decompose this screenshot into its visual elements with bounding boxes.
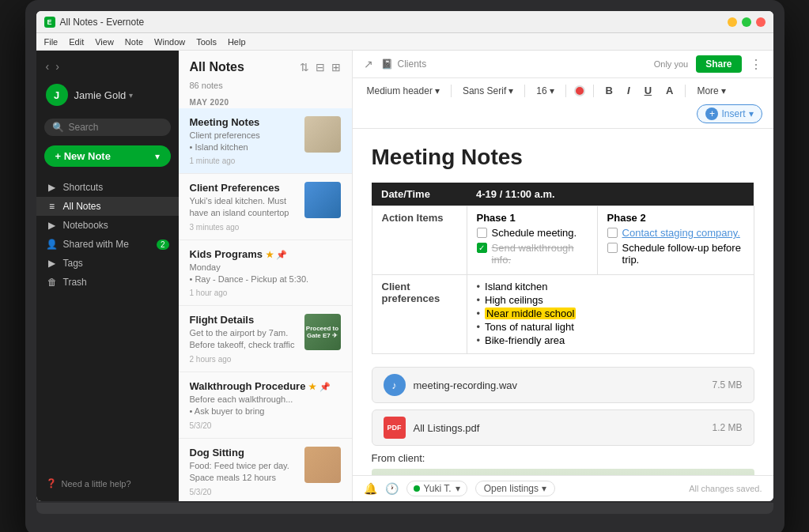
view-icon[interactable]: ⊞ <box>331 61 341 74</box>
note-preview: Client preferences• Island kitchen <box>190 130 298 154</box>
help-link[interactable]: ❓ Need a little help? <box>36 472 179 495</box>
user-dropdown-arrow: ▾ <box>456 483 460 494</box>
checkbox1[interactable] <box>477 228 487 238</box>
menu-file[interactable]: File <box>44 37 59 47</box>
pin-icon: 📌 <box>319 382 331 391</box>
help-label: Need a little help? <box>62 479 131 489</box>
sidebar-item-all-notes-label: All Notes <box>63 201 101 212</box>
pin-icon: 📌 <box>276 250 287 259</box>
pref-1: • Island kitchen <box>477 281 744 292</box>
pref-4-text: Tons of natural light <box>485 321 574 333</box>
sidebar-item-all-notes[interactable]: ≡ All Notes <box>36 197 179 216</box>
audio-icon: ♪ <box>384 374 406 396</box>
pref-2-text: High ceilings <box>485 294 543 306</box>
search-bar[interactable]: 🔍 Search <box>44 119 171 136</box>
more-label: More <box>697 85 718 96</box>
share-button[interactable]: Share <box>696 55 741 73</box>
phase2-item1-text[interactable]: Contact staging company. <box>622 227 740 239</box>
font-selector[interactable]: Sans Serif ▾ <box>459 84 516 98</box>
toolbar-sep <box>685 85 686 97</box>
sidebar-item-tags[interactable]: ▶ Tags <box>36 254 179 273</box>
insert-button[interactable]: + Insert ▾ <box>697 104 762 123</box>
bell-icon[interactable]: 🔔 <box>364 482 377 495</box>
menu-view[interactable]: View <box>95 37 114 47</box>
editor-content[interactable]: Meeting Notes Date/Time 4-19 / 11:00 a.m… <box>353 129 773 475</box>
note-time: 2 hours ago <box>190 355 298 364</box>
tags-icon: ▶ <box>46 258 59 269</box>
note-item-walkthrough[interactable]: Walkthrough Procedure ★ 📌 Before each wa… <box>179 372 352 439</box>
size-arrow: ▾ <box>550 85 554 96</box>
note-content: Kids Programs ★ 📌 Monday• Ray - Dance - … <box>190 248 341 297</box>
note-count: 86 notes <box>179 79 352 93</box>
filter-icon[interactable]: ⊟ <box>316 61 325 74</box>
star-icon: ★ <box>266 250 274 259</box>
checkbox4[interactable] <box>607 243 618 253</box>
pref-5-text: Bike-friendly area <box>485 334 565 346</box>
attachment-size: 7.5 MB <box>712 379 742 391</box>
user-status-button[interactable]: Yuki T. ▾ <box>406 481 467 496</box>
sort-icon[interactable]: ⇅ <box>300 61 309 74</box>
maximize-button[interactable] <box>742 17 751 27</box>
bold-button[interactable]: B <box>602 83 617 98</box>
heading-selector[interactable]: Medium header ▾ <box>364 84 443 98</box>
more-button[interactable]: ⋮ <box>750 57 762 72</box>
note-item-meeting-notes[interactable]: Meeting Notes Client preferences• Island… <box>179 108 352 174</box>
sidebar-item-shared[interactable]: 👤 Shared with Me 2 <box>36 235 179 254</box>
note-item-client-preferences[interactable]: Client Preferences Yuki's ideal kitchen.… <box>179 174 352 240</box>
new-note-label: + New Note <box>55 150 111 162</box>
note-item-dog-sitting[interactable]: Dog Sitting Food: Feed twice per day. Sp… <box>179 439 352 501</box>
attachment-audio[interactable]: ♪ meeting-recording.wav 7.5 MB <box>372 367 754 403</box>
clock-icon[interactable]: 🕐 <box>385 482 399 495</box>
note-time: 1 minute ago <box>190 157 298 165</box>
note-time: 5/3/20 <box>190 421 341 430</box>
table-header-datetime: Date/Time <box>372 183 467 206</box>
note-preview: Monday• Ray - Dance - Pickup at 5:30. <box>190 262 341 286</box>
attachment-pdf[interactable]: PDF All Listings.pdf 1.2 MB <box>372 409 754 446</box>
menu-edit[interactable]: Edit <box>69 37 84 47</box>
pref-5: • Bike-friendly area <box>477 334 744 346</box>
phase1-item1-text: Schedule meeting. <box>492 227 577 239</box>
text-color-button[interactable]: A <box>662 83 677 98</box>
new-note-button[interactable]: + New Note ▾ <box>44 145 171 167</box>
sidebar-item-trash[interactable]: 🗑 Trash <box>36 273 179 292</box>
insert-label: Insert <box>721 108 745 119</box>
checkbox2[interactable]: ✓ <box>477 243 487 253</box>
notebook-name[interactable]: Clients <box>398 58 427 70</box>
menu-tools[interactable]: Tools <box>196 37 217 47</box>
laptop-frame: E All Notes - Evernote File Edit View No… <box>25 0 784 532</box>
note-item-flight-details[interactable]: Flight Details Get to the airport by 7am… <box>179 306 352 372</box>
new-note-arrow: ▾ <box>155 151 160 162</box>
open-listings-label: Open listings <box>484 483 539 494</box>
close-button[interactable] <box>756 17 766 27</box>
underline-button[interactable]: U <box>641 83 656 98</box>
laptop-base <box>36 503 773 514</box>
note-title: Dog Sitting <box>190 447 298 458</box>
phase1-item2-text: Send walkthrough info. <box>492 242 588 266</box>
open-listings-button[interactable]: Open listings ▾ <box>475 481 555 496</box>
size-selector[interactable]: 16 ▾ <box>533 84 557 98</box>
checkbox3[interactable] <box>607 228 618 238</box>
menu-help[interactable]: Help <box>228 37 246 47</box>
italic-button[interactable]: I <box>623 83 634 98</box>
all-notes-icon: ≡ <box>46 201 59 212</box>
menu-note[interactable]: Note <box>125 37 143 47</box>
attachment-name: meeting-recording.wav <box>414 379 705 391</box>
menu-window[interactable]: Window <box>154 37 185 47</box>
sidebar-item-shortcuts[interactable]: ▶ Shortcuts <box>36 178 179 197</box>
note-item-kids-programs[interactable]: Kids Programs ★ 📌 Monday• Ray - Dance - … <box>179 240 352 306</box>
more-selector[interactable]: More ▾ <box>694 84 728 98</box>
note-thumbnail <box>304 447 341 483</box>
back-arrow[interactable]: ‹ <box>46 60 50 73</box>
color-picker[interactable] <box>574 85 585 96</box>
pref-3: • Near middle school <box>477 308 744 319</box>
note-title: Kids Programs ★ 📌 <box>190 248 341 260</box>
forward-arrow[interactable]: › <box>55 60 59 73</box>
attachment-name: All Listings.pdf <box>414 422 705 434</box>
note-thumbnail <box>304 182 341 218</box>
note-list-actions: ⇅ ⊟ ⊞ <box>300 61 341 74</box>
user-profile[interactable]: J Jamie Gold ▾ <box>36 79 179 111</box>
toolbar-sep <box>565 85 566 97</box>
note-list-title: All Notes <box>190 60 244 74</box>
minimize-button[interactable] <box>728 17 737 27</box>
sidebar-item-notebooks[interactable]: ▶ Notebooks <box>36 216 179 235</box>
